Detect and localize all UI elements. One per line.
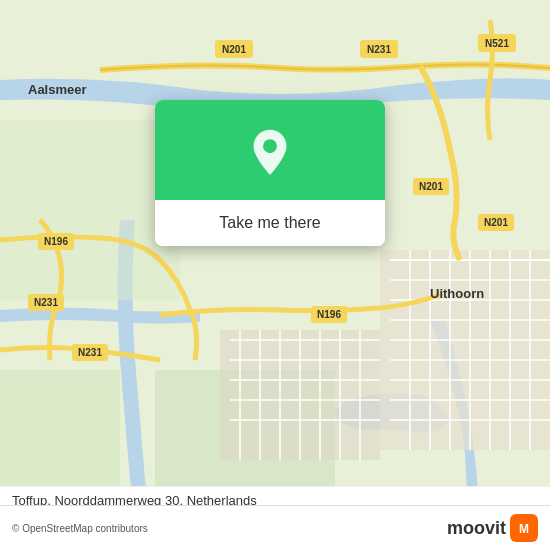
svg-text:N231: N231 [78, 347, 102, 358]
svg-text:Uithoorn: Uithoorn [430, 286, 484, 301]
popup-green-section [155, 100, 385, 200]
moovit-icon: M [510, 514, 538, 542]
svg-text:N201: N201 [222, 44, 246, 55]
location-pin-icon [244, 128, 296, 180]
svg-rect-3 [0, 120, 180, 300]
take-me-there-button[interactable]: Take me there [155, 200, 385, 246]
map-attribution: © OpenStreetMap contributors [12, 523, 148, 534]
bottom-bar: © OpenStreetMap contributors moovit M [0, 505, 550, 550]
svg-text:N196: N196 [317, 309, 341, 320]
svg-text:N231: N231 [34, 297, 58, 308]
svg-text:N201: N201 [484, 217, 508, 228]
svg-text:N201: N201 [419, 181, 443, 192]
map-container: N521 N231 N201 N196 N231 N201 N201 N196 … [0, 0, 550, 550]
popup-card: Take me there [155, 100, 385, 246]
svg-text:M: M [519, 522, 529, 536]
svg-point-54 [263, 139, 277, 153]
moovit-brand-text: moovit [447, 518, 506, 539]
svg-text:N231: N231 [367, 44, 391, 55]
map-background: N521 N231 N201 N196 N231 N201 N201 N196 … [0, 0, 550, 550]
svg-text:N196: N196 [44, 236, 68, 247]
svg-text:N521: N521 [485, 38, 509, 49]
moovit-logo: moovit M [447, 514, 538, 542]
svg-text:Aalsmeer: Aalsmeer [28, 82, 87, 97]
